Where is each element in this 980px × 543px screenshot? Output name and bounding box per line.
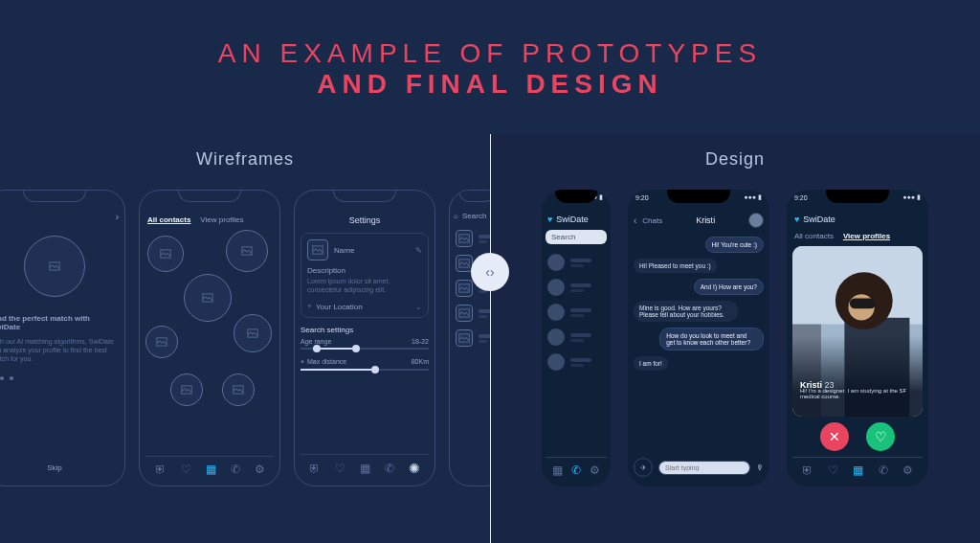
chat-icon[interactable]: ✆ — [231, 463, 240, 476]
gear-icon[interactable]: ✺ — [409, 461, 420, 476]
search-icon: ⌕ — [454, 212, 458, 220]
list-item[interactable] — [546, 250, 607, 275]
back-button[interactable]: ‹ — [634, 215, 636, 226]
tab-all-contacts[interactable]: All contacts — [794, 232, 834, 240]
shield-icon[interactable]: ⛨ — [155, 463, 167, 476]
avatar — [547, 304, 565, 321]
avatar — [547, 279, 565, 296]
skip-button[interactable]: Skip — [0, 458, 119, 478]
contact-bubble[interactable] — [145, 326, 178, 358]
chat-icon[interactable]: ✆ — [879, 464, 888, 477]
heart-icon[interactable]: ♡ — [181, 463, 191, 476]
mic-icon[interactable]: 🎙 — [756, 464, 764, 472]
brand: ♥SwiDate — [546, 211, 607, 228]
like-button[interactable]: ♡ — [866, 422, 895, 451]
avatar-placeholder — [307, 239, 328, 260]
name-field-label: Name — [334, 246, 354, 255]
chevron-down-icon[interactable]: ⌄ — [415, 303, 422, 311]
edit-icon[interactable]: ✎ — [415, 246, 422, 255]
tab-all-contacts[interactable]: All contacts — [147, 215, 190, 224]
list-item[interactable] — [546, 325, 607, 350]
message-out: How do you look to meet and get to know … — [659, 328, 764, 351]
chat-icon[interactable]: ✆ — [385, 462, 394, 475]
back-label[interactable]: Chats — [642, 216, 662, 225]
signal-icon: ●●● ▮ — [902, 193, 921, 201]
avatar-placeholder — [456, 230, 473, 247]
avatar — [547, 328, 565, 346]
message-in: I am for! — [634, 356, 668, 371]
search-label[interactable]: Search — [462, 212, 486, 220]
heart-icon[interactable]: ♡ — [335, 462, 345, 475]
heart-icon: ♥ — [547, 215, 552, 224]
location-pin-icon: ⌖ — [307, 302, 312, 311]
distance-slider[interactable] — [301, 369, 429, 371]
grid-icon[interactable]: ▦ — [552, 464, 563, 477]
wireframe-contacts: All contacts View profiles ⛨ — [139, 190, 280, 486]
page-title: AN EXAMPLE OF PROTOTYPES AND FINAL DESIG… — [0, 0, 980, 100]
contact-bubble[interactable] — [147, 236, 184, 272]
distance-value: 80Km — [412, 358, 429, 366]
gear-icon[interactable]: ⚙ — [255, 463, 265, 476]
contact-bubble[interactable] — [170, 373, 203, 406]
shield-icon[interactable]: ⛨ — [309, 462, 321, 475]
contact-bubble[interactable] — [184, 274, 232, 322]
design-chat: 9:20●●● ▮ ‹ Chats Kristi Hi! You're cute… — [628, 190, 769, 486]
contact-bubble[interactable] — [234, 314, 272, 352]
age-range-value: 18-22 — [412, 338, 429, 345]
image-icon — [48, 260, 61, 273]
chat-input[interactable] — [658, 461, 750, 475]
age-range-slider[interactable] — [301, 348, 429, 350]
avatar-placeholder — [456, 280, 473, 297]
wireframe-onboarding: › Find the perfect match with SwiDate Wi… — [0, 190, 125, 486]
avatar-placeholder — [24, 236, 85, 297]
brand: ♥SwiDate — [792, 211, 923, 228]
grid-icon[interactable]: ▦ — [360, 462, 370, 475]
message-out: And I) How are you? — [694, 279, 764, 295]
list-item[interactable] — [546, 300, 607, 325]
profile-card[interactable]: Kristi 23 Hi! I'm a designer. I am study… — [792, 246, 923, 417]
contact-bubble[interactable] — [226, 230, 268, 272]
list-item[interactable] — [546, 275, 607, 300]
svg-rect-5 — [850, 298, 876, 308]
avatar — [547, 353, 565, 371]
chevron-right-icon[interactable]: › — [116, 212, 119, 222]
chat-title: Kristi — [696, 215, 715, 225]
location-label: Your Location — [316, 303, 363, 311]
tab-view-profiles[interactable]: View profiles — [843, 232, 890, 240]
avatar[interactable] — [748, 213, 764, 228]
avatar-placeholder — [456, 329, 473, 347]
profile-subtitle: Hi! I'm a designer. I am studying at the… — [800, 388, 923, 399]
search-input[interactable]: Search — [546, 230, 607, 244]
tab-view-profiles[interactable]: View profiles — [200, 215, 243, 224]
wireframe-settings: Settings Name ✎ Description Lorem ipsum … — [294, 190, 435, 486]
signal-icon: ●●● ▮ — [744, 193, 762, 201]
list-item[interactable] — [546, 350, 607, 374]
design-search-list: ●●● ▮ ♥SwiDate Search ▦ ✆ ⚙ — [542, 190, 611, 486]
design-profile: 9:20●●● ▮ ♥SwiDate All contacts View pro… — [787, 190, 928, 486]
compare-drag-handle[interactable]: ‹ › — [471, 253, 509, 291]
onboarding-body: With our AI matching algorithms, SwiDate… — [0, 337, 119, 363]
heart-icon[interactable]: ♡ — [828, 464, 838, 477]
avatar-placeholder — [456, 305, 473, 322]
column-label-wireframes: Wireframes — [196, 149, 294, 170]
attach-icon[interactable]: ✈ — [634, 458, 653, 477]
avatar — [547, 254, 565, 271]
contact-bubble[interactable] — [222, 373, 255, 406]
status-time: 9:20 — [635, 194, 649, 201]
gear-icon[interactable]: ⚙ — [590, 464, 600, 477]
bottom-nav: ⛨ ♡ ▦ ✆ ✺ — [301, 454, 429, 478]
message-in: Mine is good. How are yours? Please tell… — [634, 301, 738, 322]
chevron-right-icon: › — [490, 264, 495, 280]
dislike-button[interactable]: ✕ — [820, 422, 849, 451]
grid-icon[interactable]: ▦ — [206, 463, 216, 476]
shield-icon[interactable]: ⛨ — [802, 464, 813, 477]
settings-title: Settings — [301, 212, 429, 233]
gear-icon[interactable]: ⚙ — [902, 464, 913, 477]
onboarding-headline: Find the perfect match with SwiDate — [0, 314, 119, 331]
description-body: Lorem ipsum dolor sit amet, consectetur … — [307, 277, 422, 294]
column-label-design: Design — [705, 149, 765, 170]
page-dots — [0, 376, 119, 380]
grid-icon[interactable]: ▦ — [853, 464, 863, 477]
description-label: Description — [307, 266, 422, 275]
chat-icon[interactable]: ✆ — [571, 464, 581, 477]
